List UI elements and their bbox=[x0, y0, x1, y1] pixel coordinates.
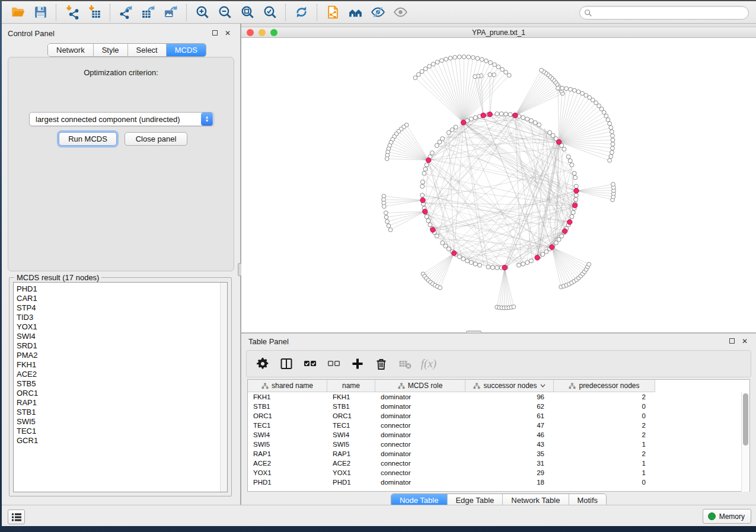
run-mcds-button[interactable]: Run MCDS bbox=[59, 132, 117, 146]
tab-motifs[interactable]: Motifs bbox=[569, 494, 606, 506]
mcds-result-item[interactable]: STB1 bbox=[14, 408, 227, 417]
mcds-result-item[interactable]: ACE2 bbox=[14, 370, 227, 379]
tab-network[interactable]: Network bbox=[48, 44, 94, 56]
task-history-button[interactable] bbox=[8, 509, 25, 524]
mcds-result-item[interactable]: STB5 bbox=[14, 379, 227, 389]
toolbar-separator bbox=[186, 4, 187, 21]
tab-mcds[interactable]: MCDS bbox=[167, 44, 206, 56]
mcds-result-item[interactable]: TEC1 bbox=[14, 427, 227, 436]
mcds-result-item[interactable]: PHD1 bbox=[14, 284, 227, 294]
criterion-value: largest connected component (undirected) bbox=[30, 115, 200, 124]
mcds-result-item[interactable]: PMA2 bbox=[14, 351, 227, 360]
delete-button[interactable] bbox=[374, 356, 389, 371]
open-button[interactable] bbox=[7, 3, 29, 22]
mcds-result-item[interactable]: STP4 bbox=[14, 303, 227, 313]
cell-shared-name: SWI5 bbox=[248, 441, 327, 448]
float-panel-icon[interactable] bbox=[210, 29, 219, 37]
mcds-result-item[interactable]: SRD1 bbox=[14, 341, 227, 351]
mcds-result-item[interactable]: SWI5 bbox=[14, 417, 227, 427]
column-header-predecessor-nodes[interactable]: predecessor nodes bbox=[554, 380, 655, 392]
table-row[interactable]: SWI5SWI5connector431 bbox=[248, 440, 749, 449]
tab-edge-table[interactable]: Edge Table bbox=[447, 494, 503, 506]
float-table-panel-icon[interactable] bbox=[728, 337, 736, 345]
zoom-out-button[interactable] bbox=[213, 3, 236, 22]
column-header-successor-nodes[interactable]: successor nodes bbox=[465, 380, 554, 392]
network-window-titlebar[interactable]: YPA_prune.txt_1 bbox=[241, 27, 756, 38]
control-panel-title: Control Panel bbox=[8, 29, 55, 38]
share-document-icon bbox=[326, 5, 340, 20]
network-canvas[interactable] bbox=[241, 38, 756, 333]
columns-icon bbox=[279, 357, 294, 371]
mcds-result-item[interactable]: ORC1 bbox=[14, 389, 227, 398]
column-label: predecessor nodes bbox=[579, 382, 639, 390]
deselect-all-button[interactable] bbox=[326, 356, 342, 371]
table-scrollbar[interactable] bbox=[741, 392, 749, 492]
close-panel-icon[interactable]: ✕ bbox=[224, 29, 232, 37]
cell-successor-nodes: 62 bbox=[465, 403, 554, 410]
tab-node-table[interactable]: Node Table bbox=[391, 494, 448, 506]
export-table-button[interactable] bbox=[137, 3, 160, 22]
tab-style[interactable]: Style bbox=[94, 44, 128, 56]
mcds-result-item[interactable]: FKH1 bbox=[14, 360, 227, 370]
mcds-result-item[interactable]: YOX1 bbox=[14, 322, 227, 332]
refresh-button[interactable] bbox=[290, 3, 312, 22]
cell-name: FKH1 bbox=[327, 393, 375, 400]
select-all-button[interactable] bbox=[302, 356, 318, 371]
close-table-panel-icon[interactable]: ✕ bbox=[741, 337, 749, 345]
settings-button[interactable] bbox=[255, 356, 270, 371]
mcds-result-item[interactable]: CAR1 bbox=[14, 294, 227, 303]
cell-MCDS-role: dominator bbox=[375, 393, 465, 400]
cell-shared-name: FKH1 bbox=[248, 393, 327, 400]
cell-MCDS-role: connector bbox=[375, 460, 465, 467]
zoom-selected-button[interactable] bbox=[259, 3, 281, 22]
toolbar-separator bbox=[317, 4, 317, 21]
export-network-button[interactable] bbox=[114, 3, 137, 22]
export-image-button[interactable] bbox=[160, 3, 182, 22]
cell-successor-nodes: 96 bbox=[465, 393, 554, 400]
cell-successor-nodes: 47 bbox=[465, 422, 554, 429]
cell-predecessor-nodes: 1 bbox=[554, 469, 655, 476]
table-row[interactable]: PHD1PHD1dominator180 bbox=[248, 477, 749, 487]
columns-button[interactable] bbox=[279, 356, 294, 371]
attribute-type-icon bbox=[569, 383, 576, 389]
hide-selected-button[interactable] bbox=[366, 3, 389, 22]
table-row[interactable]: YOX1YOX1connector291 bbox=[248, 468, 749, 477]
column-header-MCDS-role[interactable]: MCDS role bbox=[375, 380, 465, 392]
column-header-shared-name[interactable]: shared name bbox=[248, 380, 327, 392]
share-document-button[interactable] bbox=[321, 3, 344, 22]
table-row[interactable]: STB1STB1dominator620 bbox=[248, 402, 749, 411]
show-all-icon bbox=[393, 5, 408, 20]
import-table-button[interactable] bbox=[83, 3, 106, 22]
table-row[interactable]: TEC1TEC1connector472 bbox=[248, 421, 749, 430]
search-input[interactable] bbox=[592, 7, 748, 19]
table-row[interactable]: ORC1ORC1dominator610 bbox=[248, 411, 749, 421]
table-row[interactable]: FKH1FKH1dominator962 bbox=[248, 392, 749, 402]
column-header-name[interactable]: name bbox=[327, 380, 375, 392]
cell-name: ACE2 bbox=[327, 460, 375, 467]
cell-name: RAP1 bbox=[327, 450, 375, 457]
tab-select[interactable]: Select bbox=[128, 44, 167, 56]
tab-network-table[interactable]: Network Table bbox=[503, 494, 569, 506]
mcds-result-item[interactable]: RAP1 bbox=[14, 398, 227, 408]
save-button[interactable] bbox=[29, 3, 52, 22]
memory-button[interactable]: Memory bbox=[703, 509, 751, 524]
criterion-select[interactable]: largest connected component (undirected)… bbox=[29, 112, 214, 126]
zoom-in-button[interactable] bbox=[191, 3, 213, 22]
close-panel-button[interactable]: Close panel bbox=[125, 132, 187, 146]
status-bar: Memory bbox=[2, 505, 756, 526]
add-button[interactable] bbox=[350, 356, 365, 371]
mcds-result-item[interactable]: GCR1 bbox=[14, 436, 227, 446]
table-row[interactable]: SWI4SWI4dominator462 bbox=[248, 430, 749, 440]
show-all-button[interactable] bbox=[389, 3, 412, 22]
table-row[interactable]: RAP1RAP1dominator352 bbox=[248, 449, 749, 459]
mcds-result-item[interactable]: TID3 bbox=[14, 313, 227, 322]
import-network-button[interactable] bbox=[60, 3, 83, 22]
home-button[interactable] bbox=[344, 3, 366, 22]
table-scrollbar-thumb[interactable] bbox=[743, 393, 748, 446]
control-panel-tabs: NetworkStyleSelectMCDS bbox=[47, 43, 206, 57]
mcds-result-list[interactable]: PHD1CAR1STP4TID3YOX1SWI4SRD1PMA2FKH1ACE2… bbox=[13, 282, 228, 492]
list-scrollbar[interactable] bbox=[220, 283, 227, 492]
zoom-fit-button[interactable] bbox=[236, 3, 259, 22]
table-row[interactable]: ACE2ACE2connector311 bbox=[248, 459, 749, 468]
mcds-result-item[interactable]: SWI4 bbox=[14, 332, 227, 341]
